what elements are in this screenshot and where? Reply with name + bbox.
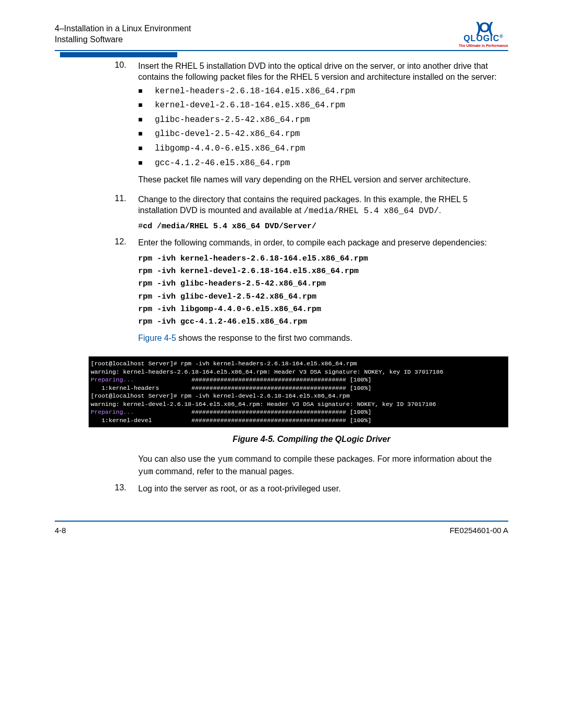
step-13-text: Log into the server as root, or as a roo… <box>138 483 508 495</box>
figure-reference-line: Figure 4-5 shows the response to the fir… <box>138 332 508 344</box>
step-11: 11. Change to the directory that contain… <box>115 194 508 234</box>
page-number: 4-8 <box>55 526 66 535</box>
bullet-item: ■libgomp-4.4.0-6.el5.x86_64.rpm <box>138 143 508 155</box>
step-number: 13. <box>115 483 138 495</box>
footer-rule <box>55 521 508 522</box>
step-number: 12. <box>115 237 138 349</box>
step-10-outro: These packet file names will vary depend… <box>138 174 508 186</box>
step-10-intro: Insert the RHEL 5 installation DVD into … <box>138 61 497 82</box>
square-bullet-icon: ■ <box>138 100 155 110</box>
step-number: 10. <box>115 60 138 191</box>
chapter-line: 4–Installation in a Linux Environment <box>55 23 191 34</box>
step-11-cmd: #cd /media/RHEL 5.4 x86_64 DVD/Server/ <box>138 221 508 232</box>
yum-command: yum <box>138 467 153 477</box>
rpm-cmd: rpm -ivh glibc-devel-2.5-42.x86_64.rpm <box>138 292 508 302</box>
bullet-item: ■glibc-headers-2.5-42.x86_64.rpm <box>138 115 508 126</box>
rpm-cmd: rpm -ivh gcc-4.1.2-46.el5.x86_64.rpm <box>138 317 508 327</box>
step-number: 11. <box>115 194 138 234</box>
figure-caption: Figure 4-5. Compiling the QLogic Driver <box>115 435 508 444</box>
bullet-item: ■glibc-devel-2.5-42.x86_64.rpm <box>138 129 508 140</box>
header-text: 4–Installation in a Linux Environment In… <box>55 23 191 45</box>
header-rule <box>55 50 508 55</box>
post-figure-paragraph: You can also use the yum command to comp… <box>115 453 508 478</box>
logo-tagline: The Ultimate in Performance <box>459 44 508 47</box>
terminal-output: [root@localhost Server]# rpm -ivh kernel… <box>89 356 508 427</box>
step-11-path: /media/RHEL 5.4 x86_64 DVD/ <box>304 206 439 216</box>
bullet-item: ■gcc-4.1.2-46.el5.x86_64.rpm <box>138 158 508 169</box>
document-id: FE0254601-00 A <box>449 526 508 535</box>
yum-command: yum <box>217 455 232 464</box>
logo-mark-icon: )O( <box>459 21 508 34</box>
square-bullet-icon: ■ <box>138 86 155 96</box>
square-bullet-icon: ■ <box>138 143 155 153</box>
step-10: 10. Insert the RHEL 5 installation DVD i… <box>115 60 508 191</box>
bullet-item: ■kernel-headers-2.6.18-164.el5.x86_64.rp… <box>138 86 508 97</box>
step-12-intro: Enter the following commands, in order, … <box>138 237 508 249</box>
step-12: 12. Enter the following commands, in ord… <box>115 237 508 349</box>
qlogic-logo: )O( QLOGIC® The Ultimate in Performance <box>459 21 508 47</box>
rpm-cmd: rpm -ivh kernel-devel-2.6.18-164.el5.x86… <box>138 266 508 277</box>
rpm-cmd: rpm -ivh kernel-headers-2.6.18-164.el5.x… <box>138 254 508 264</box>
square-bullet-icon: ■ <box>138 158 155 168</box>
page-header: 4–Installation in a Linux Environment In… <box>55 21 508 47</box>
logo-text: QLOGIC® <box>459 34 508 43</box>
square-bullet-icon: ■ <box>138 115 155 125</box>
bullet-item: ■kernel-devel-2.6.18-164.el5.x86_64.rpm <box>138 100 508 112</box>
figure-link[interactable]: Figure 4-5 <box>138 334 176 342</box>
square-bullet-icon: ■ <box>138 129 155 139</box>
section-line: Installing Software <box>55 34 191 45</box>
rpm-cmd: rpm -ivh libgomp-4.4.0-6.el5.x86_64.rpm <box>138 304 508 315</box>
page-footer: 4-8 FE0254601-00 A <box>55 526 508 535</box>
rpm-cmd: rpm -ivh glibc-headers-2.5-42.x86_64.rpm <box>138 279 508 289</box>
step-13: 13. Log into the server as root, or as a… <box>115 483 508 495</box>
